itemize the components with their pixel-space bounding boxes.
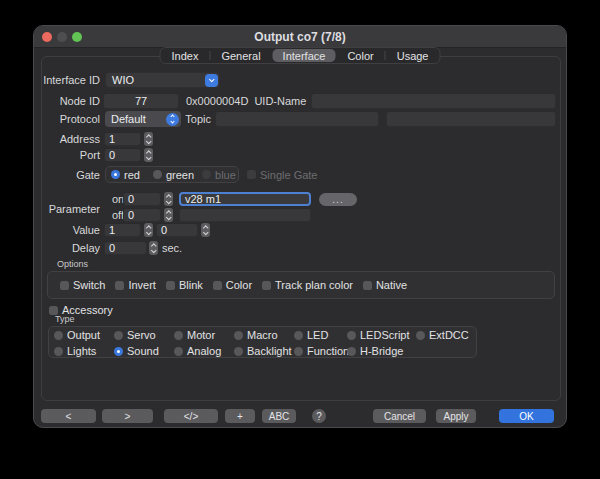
parameter-on-count-field[interactable]: 0: [123, 192, 161, 206]
parameter-off-label: off: [112, 209, 121, 221]
dialog-window: Output co7 (7/8) Index General Interface…: [33, 25, 567, 428]
address-stepper[interactable]: [144, 132, 153, 146]
port-label: Port: [41, 149, 100, 161]
parameter-label: Parameter: [41, 203, 100, 215]
stepper-down-icon: [151, 248, 156, 253]
parameter-on-text-field[interactable]: v28 m1: [179, 192, 311, 206]
radio-icon: [54, 347, 63, 356]
type-radio-motor[interactable]: Motor: [174, 329, 234, 341]
delay-stepper[interactable]: [149, 241, 158, 255]
port-stepper[interactable]: [144, 148, 153, 162]
window-title: Output co7 (7/8): [34, 26, 566, 48]
protocol-value: Default: [111, 113, 146, 125]
value-first-stepper[interactable]: [144, 223, 153, 237]
title-bar[interactable]: Output co7 (7/8): [34, 26, 566, 48]
checkbox-invert[interactable]: Invert: [115, 279, 156, 291]
type-radio-macro[interactable]: Macro: [234, 329, 294, 341]
stepper-down-icon: [146, 230, 151, 235]
checkbox-icon: [213, 281, 222, 290]
checkbox-icon: [115, 281, 124, 290]
stepper-down-icon: [166, 199, 171, 204]
type-radio-analog[interactable]: Analog: [174, 345, 234, 357]
updown-chevrons-icon: [166, 113, 179, 126]
radio-icon: [234, 331, 243, 340]
node-id-hex: 0x0000004D: [186, 95, 248, 107]
node-id-field[interactable]: 77: [103, 93, 179, 109]
delay-field[interactable]: 0: [104, 241, 147, 255]
checkbox-icon: [363, 281, 372, 290]
radio-icon: [416, 331, 425, 340]
uid-name-field[interactable]: [311, 93, 556, 109]
radio-icon: [347, 331, 356, 340]
chevron-down-icon: [205, 74, 218, 87]
footer-bar: < > </> + ABC ? Cancel Apply OK: [41, 409, 559, 423]
apply-button[interactable]: Apply: [436, 409, 476, 423]
topic-field[interactable]: [215, 111, 379, 127]
radio-icon: [234, 347, 243, 356]
checkbox-icon: [166, 281, 175, 290]
parameter-off-count-field[interactable]: 0: [123, 208, 161, 222]
delay-label: Delay: [41, 242, 100, 254]
radio-icon: [54, 331, 63, 340]
radio-icon: [114, 331, 123, 340]
tab-index[interactable]: Index: [161, 48, 210, 63]
type-radio-output[interactable]: Output: [54, 329, 114, 341]
value-second-field[interactable]: 0: [156, 223, 198, 237]
single-gate-checkbox: Single Gate: [247, 169, 317, 181]
protocol-dropdown[interactable]: Default: [105, 111, 181, 127]
parameter-off-stepper[interactable]: [164, 208, 173, 222]
type-radio-led[interactable]: LED: [294, 329, 347, 341]
tab-usage[interactable]: Usage: [386, 48, 440, 63]
parameter-on-stepper[interactable]: [164, 192, 173, 206]
value-second-stepper[interactable]: [201, 223, 210, 237]
tab-interface[interactable]: Interface: [273, 49, 336, 62]
radio-icon: [347, 347, 356, 356]
checkbox-track-plan-color[interactable]: Track plan color: [262, 279, 353, 291]
type-radio-lights[interactable]: Lights: [54, 345, 114, 357]
add-button[interactable]: +: [225, 409, 255, 423]
parameter-browse-button[interactable]: ...: [319, 193, 357, 206]
type-radio-function[interactable]: Function: [294, 345, 347, 357]
cancel-button[interactable]: Cancel: [373, 409, 426, 423]
type-group-label: Type: [55, 314, 75, 324]
value-first-field[interactable]: 1: [104, 223, 141, 237]
type-radio-ledscript[interactable]: LEDScript: [347, 329, 416, 341]
gate-radio-group: red green blue: [105, 166, 239, 183]
type-radio-sound[interactable]: Sound: [114, 345, 174, 357]
help-button[interactable]: ?: [312, 409, 326, 423]
abc-button[interactable]: ABC: [262, 409, 296, 423]
type-radio-servo[interactable]: Servo: [114, 329, 174, 341]
type-radio-backlight[interactable]: Backlight: [234, 345, 294, 357]
tab-color[interactable]: Color: [336, 48, 384, 63]
radio-icon: [294, 331, 303, 340]
port-field[interactable]: 0: [104, 148, 141, 162]
radio-icon: [174, 331, 183, 340]
address-field[interactable]: 1: [104, 132, 141, 146]
checkbox-blink[interactable]: Blink: [166, 279, 203, 291]
tab-general[interactable]: General: [210, 48, 271, 63]
stepper-down-icon: [146, 155, 151, 160]
interface-id-label: Interface ID: [41, 74, 100, 86]
next-button[interactable]: >: [102, 409, 153, 423]
type-radio-hbridge[interactable]: H-Bridge: [347, 345, 416, 357]
gate-label: Gate: [41, 169, 100, 181]
checkbox-icon: [60, 281, 69, 290]
checkbox-switch[interactable]: Switch: [60, 279, 105, 291]
interface-id-dropdown[interactable]: WIO: [105, 72, 220, 88]
gate-radio-red[interactable]: red: [111, 169, 140, 181]
parameter-on-label: on: [112, 193, 121, 205]
topic-aux-field[interactable]: [386, 111, 556, 127]
address-label: Address: [41, 133, 100, 145]
value-label: Value: [41, 224, 100, 236]
code-button[interactable]: </>: [164, 409, 218, 423]
checkbox-disabled-icon: [247, 170, 256, 179]
radio-selected-icon: [114, 347, 123, 356]
checkbox-native[interactable]: Native: [363, 279, 407, 291]
checkbox-color[interactable]: Color: [213, 279, 252, 291]
ok-button[interactable]: OK: [499, 409, 554, 423]
parameter-off-text-field[interactable]: [179, 208, 311, 222]
gate-radio-green[interactable]: green: [153, 169, 194, 181]
prev-button[interactable]: <: [41, 409, 96, 423]
type-radio-extdcc[interactable]: ExtDCC: [416, 329, 476, 341]
options-group-label: Options: [57, 259, 88, 269]
